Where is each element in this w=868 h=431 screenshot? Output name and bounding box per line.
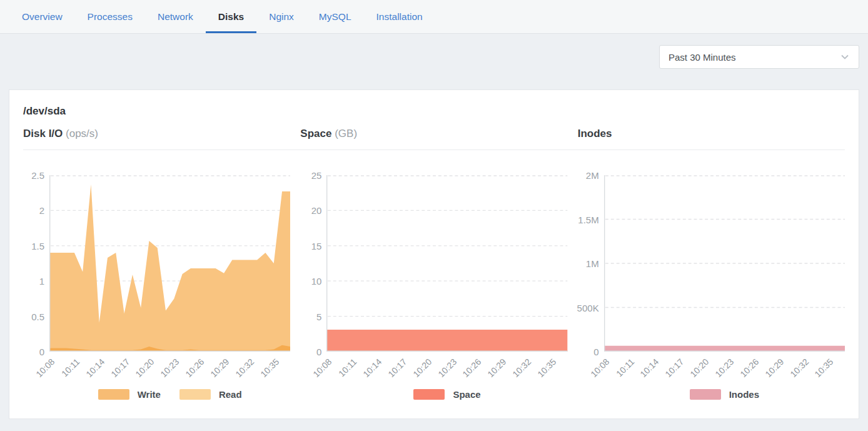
device-title: /dev/sda: [23, 105, 845, 118]
chart-unit: (GB): [335, 128, 357, 139]
y-axis-tick-label: 25: [311, 170, 322, 181]
legend-swatch: [179, 389, 211, 400]
tab-mysql[interactable]: MySQL: [306, 0, 364, 33]
time-range-value: Past 30 Minutes: [669, 52, 736, 63]
y-axis: 0510152025: [300, 175, 326, 352]
y-axis-tick-label: 0: [39, 347, 44, 357]
y-axis-tick-label: 5: [316, 311, 321, 322]
y-axis-tick-label: 1.5M: [578, 214, 598, 225]
disk-panel: /dev/sda Disk I/O (ops/s) Space (GB) Ino…: [9, 89, 859, 419]
y-axis-tick-label: 0.5: [31, 311, 44, 322]
inodes-chart: 0500K1M1.5M2M 10:0810:1110:1410:1710:201…: [578, 169, 845, 405]
y-axis-tick-label: 1M: [586, 258, 599, 269]
area-series-write: [49, 185, 290, 352]
y-axis-tick-label: 2: [39, 205, 44, 216]
tab-disks[interactable]: Disks: [206, 0, 256, 33]
tab-nginx[interactable]: Nginx: [256, 0, 306, 33]
chart-legend: WriteRead: [49, 389, 290, 400]
legend-item-read[interactable]: Read: [179, 389, 242, 400]
space-chart: 0510152025 10:0810:1110:1410:1710:2010:2…: [300, 169, 567, 405]
chart-title-disk-io: Disk I/O (ops/s): [23, 128, 290, 140]
y-axis-tick-label: 0: [316, 347, 321, 357]
y-axis-tick-label: 0: [593, 347, 598, 357]
chart-legend: Space: [326, 389, 567, 400]
y-axis-tick-label: 20: [311, 205, 322, 216]
time-range-select[interactable]: Past 30 Minutes: [659, 45, 859, 69]
area-series-space: [326, 330, 567, 352]
toolbar: Past 30 Minutes: [0, 34, 868, 69]
disk-io-chart: 00.511.522.5 10:0810:1110:1410:1710:2010…: [23, 169, 290, 405]
y-axis-tick-label: 10: [311, 276, 322, 286]
y-axis-tick-label: 1: [39, 276, 44, 286]
tab-processes[interactable]: Processes: [75, 0, 145, 33]
plot-area: [49, 175, 290, 352]
y-axis-tick-label: 2M: [586, 170, 599, 181]
x-axis: 10:0810:1110:1410:1710:2010:2310:2610:29…: [604, 352, 845, 383]
chart-unit: (ops/s): [66, 128, 98, 139]
tab-network[interactable]: Network: [145, 0, 206, 33]
y-axis: 0500K1M1.5M2M: [578, 175, 604, 352]
chart-title-space: Space (GB): [300, 128, 567, 140]
charts-row: 00.511.522.5 10:0810:1110:1410:1710:2010…: [23, 169, 845, 405]
chart-title-inodes: Inodes: [578, 128, 845, 140]
x-axis: 10:0810:1110:1410:1710:2010:2310:2610:29…: [49, 352, 290, 383]
y-axis-tick-label: 500K: [577, 302, 599, 313]
tabs: Overview Processes Network Disks Nginx M…: [9, 0, 868, 33]
chevron-down-icon: [840, 52, 850, 62]
y-axis-tick-label: 15: [311, 240, 322, 251]
x-axis: 10:0810:1110:1410:1710:2010:2310:2610:29…: [326, 352, 567, 383]
main-content: Past 30 Minutes /dev/sda Disk I/O (ops/s…: [0, 34, 868, 419]
tab-bar: Overview Processes Network Disks Nginx M…: [0, 0, 868, 34]
chart-legend: Inodes: [604, 389, 845, 400]
plot-area: [604, 175, 845, 352]
tab-overview[interactable]: Overview: [9, 0, 75, 33]
legend-item-inodes[interactable]: Inodes: [690, 389, 759, 400]
y-axis-tick-label: 2.5: [31, 170, 44, 181]
plot-area: [326, 175, 567, 352]
y-axis: 00.511.522.5: [23, 175, 49, 352]
y-axis-tick-label: 1.5: [31, 240, 44, 251]
chart-titles-row: Disk I/O (ops/s) Space (GB) Inodes: [23, 128, 845, 150]
tab-installation[interactable]: Installation: [364, 0, 435, 33]
